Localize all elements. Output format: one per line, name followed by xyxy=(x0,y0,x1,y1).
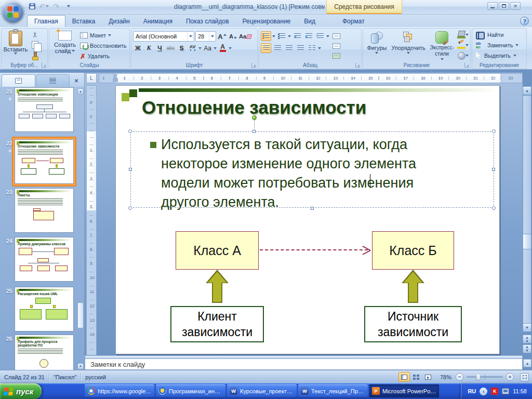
grow-font-button[interactable]: А xyxy=(217,32,227,42)
network-tray-icon[interactable] xyxy=(502,388,509,394)
dependency-dashed-arrow[interactable] xyxy=(260,249,368,250)
shrink-font-button[interactable]: А xyxy=(228,32,238,42)
scroll-down-button[interactable]: ▼ xyxy=(77,363,84,369)
source-box[interactable]: Источник зависимости xyxy=(364,306,462,342)
scroll-up-button[interactable]: ▲ xyxy=(523,86,531,95)
zoom-out-button[interactable]: − xyxy=(456,373,463,381)
dialog-launcher-icon[interactable] xyxy=(464,63,469,68)
class-a-box[interactable]: Класс А xyxy=(176,231,259,270)
animation-indicator-icon[interactable] xyxy=(8,97,12,101)
align-center-button[interactable] xyxy=(272,43,283,53)
arrange-button[interactable]: Упорядочить xyxy=(390,30,427,61)
tab-review[interactable]: Рецензирование xyxy=(236,16,298,27)
align-right-button[interactable] xyxy=(284,43,294,53)
scroll-up-button[interactable]: ▲ xyxy=(77,88,84,95)
format-painter-button[interactable] xyxy=(29,51,41,61)
notes-scroll-up-button[interactable]: ▲ xyxy=(523,359,531,367)
thumbnail-slide-25[interactable]: 25 Расширения языка UML xyxy=(0,287,78,331)
up-arrow-shape[interactable] xyxy=(206,270,229,303)
text-shadow-button[interactable]: S xyxy=(177,43,187,53)
language-bar[interactable]: RU xyxy=(468,388,476,394)
selection-handle[interactable] xyxy=(492,206,496,210)
minimize-button[interactable] xyxy=(487,2,498,10)
animation-indicator-icon[interactable] xyxy=(8,149,12,153)
selection-handle[interactable] xyxy=(252,130,256,133)
thumbnail-slide-21[interactable]: 21 Отношение композиции xyxy=(0,87,78,132)
align-left-button[interactable] xyxy=(261,43,271,53)
previous-slide-button[interactable]: ▲▲ xyxy=(523,335,531,343)
restore-button[interactable] xyxy=(499,2,509,10)
help-button[interactable]: ? xyxy=(520,17,529,25)
zoom-level[interactable]: 78% xyxy=(438,374,454,380)
zoom-in-button[interactable]: + xyxy=(506,373,514,381)
change-case-button[interactable]: Aa xyxy=(203,43,212,53)
select-button[interactable]: Выделить xyxy=(476,50,525,60)
scrollbar-track[interactable] xyxy=(523,96,531,323)
columns-button[interactable] xyxy=(307,43,317,53)
panel-scrollbar[interactable]: ▲ ▼ xyxy=(77,88,84,369)
decrease-indent-button[interactable] xyxy=(292,31,302,41)
tab-home[interactable]: Главная xyxy=(27,15,65,27)
character-spacing-button[interactable]: AV xyxy=(188,43,197,53)
copy-button[interactable] xyxy=(29,40,41,50)
selection-handle[interactable] xyxy=(128,206,132,210)
thumbnail-slide-23[interactable]: 23 Пакеты xyxy=(0,188,78,233)
rotation-handle[interactable] xyxy=(252,115,257,120)
font-name-combo[interactable]: Arial (Основной xyxy=(133,31,194,42)
selection-handle[interactable] xyxy=(311,207,314,210)
zoom-slider-track[interactable] xyxy=(467,376,503,378)
body-line[interactable]: некоторое изменение одного элемента xyxy=(161,154,486,174)
tab-stop-selector[interactable]: L xyxy=(86,73,97,83)
bullets-button[interactable] xyxy=(261,31,271,41)
text-direction-button[interactable] xyxy=(331,31,341,41)
up-arrow-shape[interactable] xyxy=(402,270,424,303)
taskbar-button[interactable]: P Microsoft PowerPoint... xyxy=(369,384,439,397)
start-button[interactable]: пуск xyxy=(0,383,42,399)
thumbnail-slide-22[interactable]: 22 Отношение зависимости xyxy=(0,139,78,184)
close-button[interactable]: ✕ xyxy=(510,2,521,10)
language-indicator[interactable]: русский xyxy=(81,374,110,380)
zoom-slider-thumb[interactable] xyxy=(476,374,481,380)
tab-format[interactable]: Формат xyxy=(336,16,371,27)
taskbar-button[interactable]: Программная_инже... xyxy=(156,384,225,397)
dialog-launcher-icon[interactable] xyxy=(251,63,256,68)
thumbnail-slide-24[interactable]: 24 Пример диаграммы классов xyxy=(0,237,78,282)
increase-indent-button[interactable] xyxy=(303,31,314,41)
paste-button[interactable]: Вставить xyxy=(3,30,28,61)
scrollbar-thumb[interactable] xyxy=(523,234,531,249)
slideshow-button[interactable] xyxy=(422,372,434,382)
fit-to-window-button[interactable] xyxy=(520,373,529,381)
new-slide-button[interactable]: Создать слайд xyxy=(51,30,79,61)
notes-pane[interactable]: Заметки к слайду xyxy=(85,358,523,370)
delete-slide-button[interactable]: ✗Удалить xyxy=(80,51,126,61)
tab-animation[interactable]: Анимация xyxy=(137,16,179,27)
quick-styles-button[interactable]: Экспресс-стили xyxy=(428,30,456,61)
class-b-box[interactable]: Класс Б xyxy=(372,231,454,270)
reset-button[interactable]: Восстановить xyxy=(80,41,126,50)
clear-formatting-button[interactable]: Aa xyxy=(239,32,251,42)
selection-handle[interactable] xyxy=(129,168,132,171)
body-line[interactable]: другого элемента. xyxy=(161,193,486,212)
shape-outline-button[interactable] xyxy=(457,40,469,50)
taskbar-button[interactable]: https://www.google... xyxy=(85,384,154,397)
qat-customize-button[interactable] xyxy=(63,2,73,11)
strikethrough-button[interactable]: abc xyxy=(166,43,176,53)
numbering-button[interactable] xyxy=(276,31,287,41)
slide-canvas[interactable]: Отношение зависимости Используется в так… xyxy=(115,85,500,354)
replace-button[interactable]: abacЗаменить xyxy=(476,40,525,50)
tab-outline[interactable] xyxy=(36,74,70,87)
tab-slides-thumbnails[interactable] xyxy=(2,74,35,87)
redo-button[interactable]: ↷ xyxy=(51,2,61,11)
hanging-indent-marker[interactable] xyxy=(113,78,118,82)
close-panel-button[interactable]: ✕ xyxy=(70,74,83,87)
find-button[interactable]: Найти xyxy=(476,30,525,39)
underline-button[interactable]: Ч xyxy=(155,43,165,53)
tab-view[interactable]: Вид xyxy=(297,16,322,27)
normal-view-button[interactable] xyxy=(398,372,410,382)
scroll-down-button[interactable]: ▼ xyxy=(523,323,531,332)
tab-design[interactable]: Дизайн xyxy=(102,16,136,27)
layout-button[interactable]: Макет xyxy=(80,31,126,40)
hide-icons-button[interactable]: ‹ xyxy=(480,388,487,395)
antivirus-tray-icon[interactable]: K xyxy=(491,388,498,395)
scrollbar-thumb[interactable] xyxy=(77,302,84,328)
